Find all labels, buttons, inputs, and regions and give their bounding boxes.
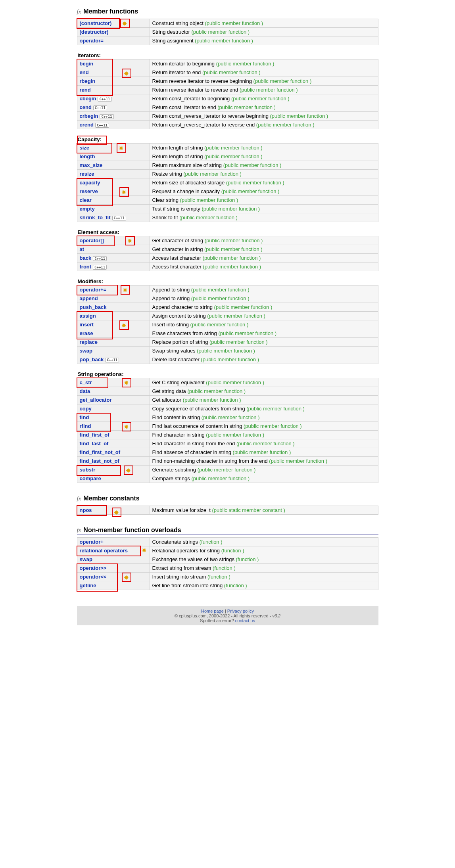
function-name-cell: length	[77, 152, 150, 161]
function-link[interactable]: replace	[80, 339, 98, 345]
function-link[interactable]: clear	[80, 197, 92, 203]
member-type-label: (public member function )	[204, 153, 263, 159]
function-link[interactable]: compare	[80, 475, 101, 481]
function-link[interactable]: shrink_to_fit	[80, 215, 111, 220]
annotation-star-box: ✸	[122, 422, 131, 431]
subhead-string-operations: String operations:	[78, 371, 124, 377]
function-link[interactable]: cbegin	[80, 96, 96, 102]
table-row: frontC++11Access first character (public…	[77, 263, 378, 271]
function-link[interactable]: pop_back	[80, 356, 104, 362]
function-desc-cell: String assignment (public member functio…	[150, 36, 378, 45]
member-type-label: (public member function )	[183, 171, 242, 177]
cpp11-badge: C++11	[93, 105, 107, 110]
function-desc-cell: Get line from stream into string (functi…	[150, 581, 378, 590]
member-type-label: (public member function )	[231, 96, 290, 102]
function-link[interactable]: crbegin	[80, 113, 98, 119]
function-link[interactable]: find_first_of	[80, 432, 109, 438]
star-icon: ✸	[126, 468, 131, 473]
function-link[interactable]: rend	[80, 87, 91, 93]
function-link[interactable]: copy	[80, 406, 92, 412]
function-link[interactable]: at	[80, 246, 84, 252]
function-link[interactable]: get_allocator	[80, 397, 112, 403]
function-link[interactable]: swap	[80, 556, 93, 562]
function-name-cell: getline	[77, 581, 150, 590]
function-link[interactable]: substr	[80, 467, 96, 473]
function-link[interactable]: rbegin	[80, 78, 96, 84]
function-link[interactable]: size	[80, 145, 90, 151]
function-name-cell: push_back	[77, 303, 150, 312]
table-row: dataGet string data (public member funct…	[77, 387, 378, 396]
member-type-label: (public member function )	[201, 356, 259, 362]
function-link[interactable]: operator[]	[80, 238, 104, 243]
function-name-cell: at	[77, 245, 150, 254]
function-desc: Return reverse iterator to reverse begin…	[152, 78, 253, 84]
function-link[interactable]: erase	[80, 330, 93, 336]
function-link[interactable]: c_str	[80, 379, 92, 385]
star-icon: ✸	[114, 510, 119, 515]
function-link[interactable]: length	[80, 153, 95, 159]
function-link[interactable]: npos	[80, 507, 92, 513]
function-link[interactable]: relational operators	[80, 548, 128, 554]
function-link[interactable]: operator+=	[80, 287, 107, 293]
function-link[interactable]: (constructor)	[80, 20, 112, 26]
function-link[interactable]: find_last_of	[80, 441, 109, 446]
function-link[interactable]: push_back	[80, 304, 107, 310]
function-link[interactable]: operator=	[80, 38, 104, 44]
function-link[interactable]: capacity	[80, 180, 100, 186]
annotation-star-box: ✸	[125, 236, 135, 245]
table-row: nposMaximum value for size_t (public sta…	[77, 506, 378, 515]
section-heading-member-functions: fx Member functions	[77, 8, 378, 16]
function-link[interactable]: find_last_not_of	[80, 458, 119, 464]
table-row: operator>>Extract string from stream (fu…	[77, 564, 378, 573]
function-desc: Find content in string	[152, 414, 202, 420]
footer-home-link[interactable]: Home page	[201, 609, 224, 613]
function-link[interactable]: operator<<	[80, 574, 107, 580]
function-link[interactable]: find_first_not_of	[80, 449, 121, 455]
member-type-label: (function )	[221, 548, 244, 554]
table-row: atGet character in string (public member…	[77, 245, 378, 254]
function-desc: Append to string	[152, 287, 191, 293]
function-link[interactable]: crend	[80, 122, 94, 128]
function-link[interactable]: insert	[80, 322, 94, 328]
table-row: replaceReplace portion of string (public…	[77, 338, 378, 347]
function-link[interactable]: reserve	[80, 188, 98, 194]
function-link[interactable]: find	[80, 414, 89, 420]
function-link[interactable]: getline	[80, 582, 96, 588]
function-desc: Return iterator to beginning	[152, 61, 216, 67]
annotation-star-box: ✸	[120, 19, 130, 28]
function-desc: Return maximum size of string	[152, 162, 223, 168]
table-row: beginReturn iterator to beginning (publi…	[77, 59, 378, 68]
table-row: findFind content in string (public membe…	[77, 413, 378, 422]
function-desc: Insert string into stream	[152, 574, 207, 580]
function-link[interactable]: rfind	[80, 423, 91, 429]
function-link[interactable]: data	[80, 388, 90, 394]
function-desc: Get character of string	[152, 238, 205, 243]
function-name-cell: clear	[77, 196, 150, 205]
function-link[interactable]: resize	[80, 171, 94, 177]
function-name-cell: max_size	[77, 161, 150, 170]
function-link[interactable]: empty	[80, 206, 95, 212]
function-link[interactable]: assign	[80, 313, 96, 319]
member-type-label: (public member function )	[183, 397, 241, 403]
function-link[interactable]: operator>>	[80, 565, 107, 571]
function-desc: Copy sequence of characters from string	[152, 406, 247, 412]
footer-privacy-link[interactable]: Privacy policy	[227, 609, 254, 613]
function-link[interactable]: append	[80, 295, 98, 301]
function-desc: Shrink to fit	[152, 215, 180, 220]
function-link[interactable]: operator+	[80, 539, 104, 545]
function-name-cell: capacity	[77, 178, 150, 187]
function-link[interactable]: end	[80, 69, 89, 75]
footer-contact-link[interactable]: contact us	[235, 618, 255, 623]
member-type-label: (public member function )	[206, 432, 264, 438]
function-link[interactable]: begin	[80, 61, 94, 67]
function-link[interactable]: swap	[80, 348, 93, 354]
function-link[interactable]: front	[80, 264, 92, 270]
function-link[interactable]: max_size	[80, 162, 103, 168]
star-icon: ✸	[124, 424, 129, 430]
function-link[interactable]: back	[80, 255, 92, 261]
function-link[interactable]: (destructor)	[80, 29, 109, 35]
member-type-label: (public member function )	[204, 246, 263, 252]
function-link[interactable]: cend	[80, 104, 92, 110]
function-desc-cell: Return const_reverse_iterator to reverse…	[150, 112, 378, 121]
table-row: lengthReturn length of string (public me…	[77, 152, 378, 161]
